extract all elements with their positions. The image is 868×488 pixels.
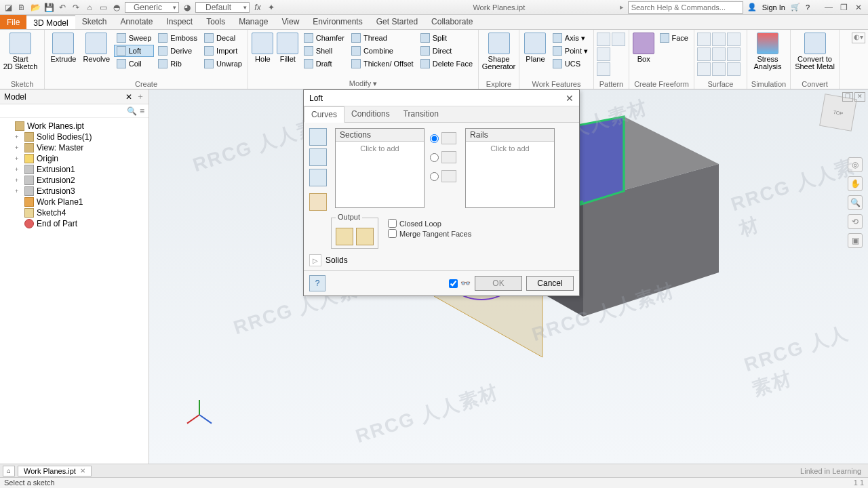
loft-mode-solid-icon[interactable]	[309, 128, 327, 146]
tree-extrusion1[interactable]: +Extrusion1	[0, 164, 149, 175]
point-button[interactable]: Point ▾	[550, 45, 591, 57]
nav-lookat-icon[interactable]: ▣	[848, 233, 863, 248]
surf2-icon[interactable]	[712, 33, 726, 46]
mirror-icon[interactable]	[597, 62, 610, 76]
split-button[interactable]: Split	[418, 32, 475, 44]
fillet-button[interactable]: Fillet	[276, 31, 300, 79]
nav-zoom-icon[interactable]: 🔍	[848, 195, 863, 210]
revolve-button[interactable]: Revolve	[81, 31, 113, 79]
cancel-button[interactable]: Cancel	[526, 276, 574, 291]
appearance-swatch-icon[interactable]: ◕	[182, 2, 193, 13]
pattern-sketch-icon[interactable]	[612, 33, 625, 46]
closed-loop-checkbox[interactable]: Closed Loop	[388, 219, 471, 228]
doc-home-icon[interactable]: ⌂	[3, 466, 15, 476]
browser-close-icon[interactable]: ✕	[125, 92, 132, 102]
stress-analysis-button[interactable]: Stress Analysis	[750, 31, 785, 79]
viewport-close-icon[interactable]: ✕	[854, 92, 865, 102]
surf7-icon[interactable]	[697, 62, 711, 76]
tree-solid-bodies[interactable]: +Solid Bodies(1)	[0, 131, 149, 142]
tab-file[interactable]: File	[0, 15, 26, 29]
window-close-icon[interactable]: ✕	[852, 3, 865, 12]
tab-3d-model[interactable]: 3D Model	[26, 15, 75, 29]
pattern-rect-icon[interactable]	[597, 33, 610, 46]
help-icon[interactable]: ?	[806, 3, 810, 12]
params-icon[interactable]: fx	[252, 2, 263, 13]
browser-search-icon[interactable]: 🔍	[127, 106, 137, 116]
nav-steering-icon[interactable]: ◎	[848, 157, 863, 172]
doc-tab-workplanes[interactable]: Work Planes.ipt✕	[18, 466, 92, 476]
ribbon-options-icon[interactable]: ◐▾	[852, 33, 865, 43]
sections-list[interactable]: Sections Click to add	[335, 128, 425, 208]
output-solid-icon[interactable]	[336, 228, 353, 245]
panel-label-modify[interactable]: Modify ▾	[251, 79, 475, 89]
start-2d-sketch-button[interactable]: Start 2D Sketch	[3, 31, 38, 79]
rails-hint[interactable]: Click to add	[466, 142, 554, 155]
select-icon[interactable]: ▭	[98, 2, 108, 13]
tab-get-started[interactable]: Get Started	[370, 15, 425, 29]
tab-transition[interactable]: Transition	[397, 106, 446, 122]
surf1-icon[interactable]	[697, 33, 711, 46]
surf8-icon[interactable]	[712, 62, 726, 76]
surf3-icon[interactable]	[727, 33, 741, 46]
surf9-icon[interactable]	[727, 62, 741, 76]
shape-generator-button[interactable]: Shape Generator	[481, 31, 516, 79]
qat-more-icon[interactable]: ✦	[266, 2, 277, 13]
tab-annotate[interactable]: Annotate	[113, 15, 159, 29]
tree-root[interactable]: Work Planes.ipt	[0, 121, 149, 131]
save-icon[interactable]: 💾	[43, 2, 54, 13]
dialog-close-icon[interactable]: ✕	[566, 93, 574, 104]
hole-button[interactable]: Hole	[251, 31, 275, 79]
new-icon[interactable]: 🗎	[16, 2, 27, 13]
home-icon[interactable]: ⌂	[84, 2, 95, 13]
loft-button[interactable]: Loft	[114, 45, 155, 57]
output-surface-icon[interactable]	[356, 228, 374, 245]
rail-type-centerline[interactable]	[430, 151, 460, 163]
shell-button[interactable]: Shell	[301, 45, 347, 57]
tab-tools[interactable]: Tools	[199, 15, 232, 29]
app-store-icon[interactable]: 🛒	[791, 3, 800, 12]
undo-icon[interactable]: ↶	[57, 2, 68, 13]
thread-button[interactable]: Thread	[349, 32, 416, 44]
coil-button[interactable]: Coil	[114, 58, 155, 70]
tree-work-plane1[interactable]: Work Plane1	[0, 197, 149, 207]
decal-button[interactable]: Decal	[201, 32, 245, 44]
freeform-box-button[interactable]: Box	[632, 31, 656, 79]
rail-type-area[interactable]	[430, 170, 460, 182]
open-icon[interactable]: 📂	[30, 2, 41, 13]
plane-button[interactable]: Plane	[522, 31, 549, 79]
rail-type-rails[interactable]	[430, 132, 460, 144]
delete-face-button[interactable]: Delete Face	[418, 58, 475, 70]
sweep-button[interactable]: Sweep	[114, 32, 155, 44]
direct-button[interactable]: Direct	[418, 45, 475, 57]
doc-tab-close-icon[interactable]: ✕	[80, 467, 85, 474]
material-swatch-icon[interactable]: ◓	[111, 2, 122, 13]
tree-end-of-part[interactable]: End of Part	[0, 218, 149, 229]
viewport-restore-icon[interactable]: ❐	[842, 92, 853, 102]
rails-list[interactable]: Rails Click to add	[465, 128, 555, 208]
draft-button[interactable]: Draft	[301, 58, 347, 70]
tree-view[interactable]: +View: Master	[0, 142, 149, 153]
tab-sketch[interactable]: Sketch	[75, 15, 114, 29]
tree-sketch4[interactable]: Sketch4	[0, 207, 149, 218]
dialog-help-icon[interactable]: ?	[309, 275, 326, 291]
tab-conditions[interactable]: Conditions	[344, 106, 397, 122]
axis-button[interactable]: Axis ▾	[550, 32, 591, 44]
appearance-combo[interactable]: Default	[195, 2, 250, 13]
import-button[interactable]: Import	[201, 45, 245, 57]
ucs-button[interactable]: UCS	[550, 58, 591, 70]
tab-manage[interactable]: Manage	[232, 15, 275, 29]
search-input[interactable]	[628, 1, 743, 14]
emboss-button[interactable]: Emboss	[155, 32, 200, 44]
surf5-icon[interactable]	[712, 47, 726, 61]
unwrap-button[interactable]: Unwrap	[201, 58, 245, 70]
loft-mode-add-icon[interactable]	[309, 169, 327, 186]
user-icon[interactable]: 👤	[747, 3, 757, 12]
loft-mode-centerline-icon[interactable]	[309, 193, 327, 211]
solids-select-icon[interactable]: ▷	[309, 254, 321, 266]
merge-tangent-checkbox[interactable]: Merge Tangent Faces	[388, 229, 471, 238]
tree-extrusion3[interactable]: +Extrusion3	[0, 186, 149, 197]
chamfer-button[interactable]: Chamfer	[301, 32, 347, 44]
surf6-icon[interactable]	[727, 47, 741, 61]
nav-pan-icon[interactable]: ✋	[848, 176, 863, 191]
surf4-icon[interactable]	[697, 47, 711, 61]
